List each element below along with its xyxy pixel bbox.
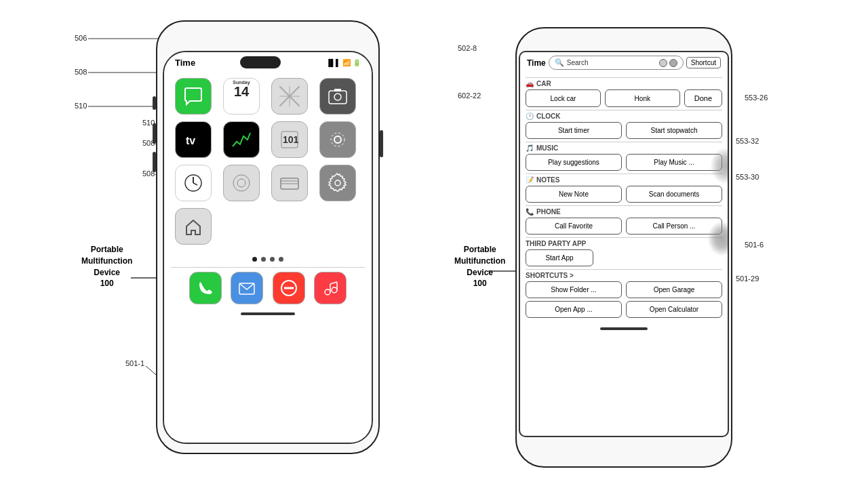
app-tv[interactable]: tv [175,121,212,158]
notes-icon: 📝 [526,176,534,184]
music-label: MUSIC [536,144,558,152]
car-label: CAR [536,80,551,87]
svg-point-37 [332,287,337,293]
dock-music[interactable] [314,272,347,304]
search-text: Search [567,59,656,66]
dock-mail[interactable] [231,272,263,304]
app-home[interactable] [175,208,212,245]
section-clock-header: 🕐 CLOCK [526,110,722,120]
label-553-26: 553-26 [745,94,768,102]
label-501-6: 501-6 [745,241,764,249]
start-app-button[interactable]: Start App [526,249,593,266]
thirdparty-buttons: Start App [526,249,722,266]
phone-buttons: Call Favorite Call Person ... [526,218,722,235]
done-button[interactable]: Done [684,89,722,107]
call-person-button[interactable]: Call Person ... [626,218,722,235]
open-app-button[interactable]: Open App ... [526,301,622,318]
play-suggestions-button[interactable]: Play suggestions [526,154,622,171]
label-510: 510 [75,102,87,110]
status-icons: ▐▌▌ 📶 🔋 [326,59,361,66]
label-508: 508 [75,68,87,76]
siri-search-bar[interactable]: 🔍 Search [549,56,684,70]
app-crosshatch-2[interactable]: 101 [271,121,308,158]
battery-icon: 🔋 [353,59,361,66]
right-time: Time [527,58,546,68]
shortcuts-row-1: Show Folder ... Open Garage [526,281,722,298]
open-calculator-button[interactable]: Open Calculator [626,301,722,318]
svg-rect-13 [329,91,347,104]
left-time: Time [175,58,195,68]
svg-point-29 [335,180,340,186]
left-phone-screen: Time ▐▌▌ 📶 🔋 Sunday [164,52,372,443]
volume-down-button[interactable] [153,152,156,172]
phone-icon: 📞 [526,208,534,216]
app-grid: Sunday 14 [164,71,372,251]
svg-point-19 [334,136,341,143]
section-shortcuts-header: SHORTCUTS > [526,269,722,279]
svg-line-23 [193,183,197,185]
label-501-1: 501-1 [125,359,144,367]
scan-documents-button[interactable]: Scan documents [626,186,722,203]
phone-label: PHONE [536,208,561,216]
signal-icon: ▐▌▌ [326,59,340,66]
label-553-32: 553-32 [736,137,759,145]
show-folder-button[interactable]: Show Folder ... [526,281,622,298]
app-messages[interactable] [175,78,212,115]
new-note-button[interactable]: New Note [526,186,622,203]
play-music-button[interactable]: Play Music ... [626,154,722,171]
shortcuts-row-2: Open App ... Open Calculator [526,301,722,318]
svg-point-14 [334,94,341,100]
siri-dot-1 [659,59,667,67]
siri-status-bar: Time 🔍 Search Shortcut [520,52,728,73]
section-music-header: 🎵 MUSIC [526,142,722,152]
volume-up-button[interactable] [153,123,156,144]
app-clock[interactable] [175,165,212,201]
clock-label: CLOCK [536,113,561,120]
call-favorite-button[interactable]: Call Favorite [526,218,622,235]
left-device-label: Portable Multifunction Device 100 [81,244,132,289]
svg-text:101: 101 [283,134,299,145]
left-status-bar: Time ▐▌▌ 📶 🔋 [164,52,372,71]
dot-1 [252,257,257,262]
car-buttons: Lock car Honk Done [526,89,722,107]
dot-4 [279,257,283,262]
svg-point-33 [325,289,330,295]
app-dock [171,267,365,308]
app-crosshatch-4[interactable] [271,165,308,201]
app-calendar[interactable]: Sunday 14 [223,78,260,115]
dock-no-entry[interactable] [273,272,305,304]
app-crosshatch-1[interactable] [271,78,308,115]
open-garage-button[interactable]: Open Garage [626,281,722,298]
right-home-indicator [600,327,648,330]
car-icon: 🚗 [526,80,534,87]
calendar-date: 14 [234,85,249,98]
start-timer-button[interactable]: Start timer [526,122,622,139]
section-phone-header: 📞 PHONE [526,205,722,216]
section-car-header: 🚗 CAR [526,77,722,87]
notes-label: NOTES [536,176,559,184]
app-camera[interactable] [319,78,356,115]
app-settings[interactable] [319,121,356,158]
honk-button[interactable]: Honk [605,89,680,107]
phone-notch [240,56,281,68]
left-phone-inner: Time ▐▌▌ 📶 🔋 Sunday [163,51,373,444]
power-button[interactable] [380,130,383,157]
label-506: 506 [75,34,87,42]
dock-phone[interactable] [189,272,222,304]
shortcut-button[interactable]: Shortcut [686,57,721,68]
svg-point-24 [233,175,250,191]
label-602-22: 602-22 [458,92,481,100]
app-stocks[interactable] [223,121,260,158]
section-thirdparty-header: THIRD PARTY APP [526,237,722,247]
wifi-icon: 📶 [342,59,351,66]
start-stopwatch-button[interactable]: Start stopwatch [626,122,722,139]
svg-rect-15 [334,89,341,92]
svg-line-35 [330,282,337,284]
search-icon: 🔍 [555,58,564,67]
app-gear[interactable] [319,165,356,201]
music-icon: 🎵 [526,144,534,152]
right-device-label: Portable Multifunction Device 100 [454,244,505,289]
mute-button[interactable] [153,96,156,110]
app-crosshatch-3[interactable] [223,165,260,201]
lock-car-button[interactable]: Lock car [526,89,601,107]
